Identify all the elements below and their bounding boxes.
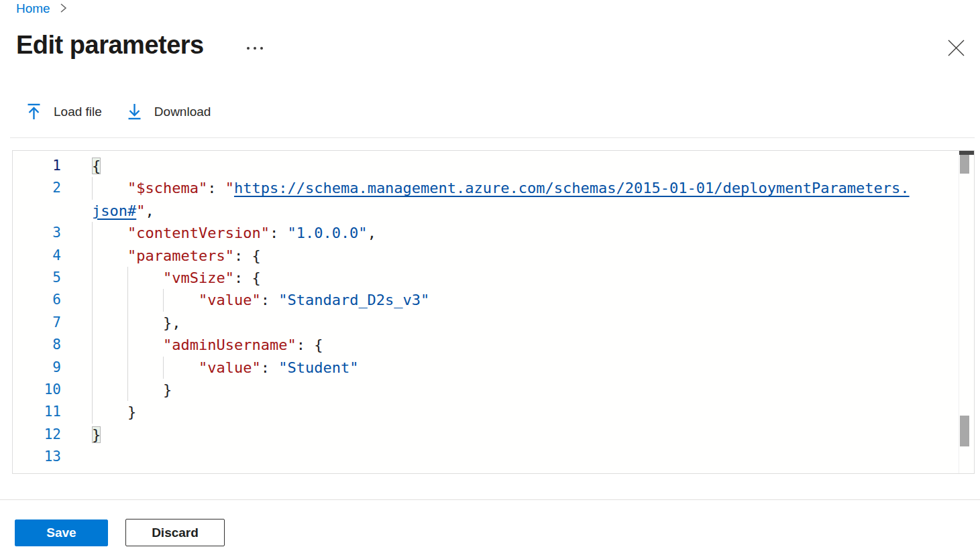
code-token: "Student" bbox=[278, 359, 358, 376]
code-token: : bbox=[261, 359, 279, 376]
more-options-icon bbox=[247, 47, 250, 50]
line-number: 5 bbox=[13, 267, 61, 289]
code-row: 9 "value": "Student" bbox=[13, 357, 958, 379]
code-line-content: "$schema": "https://schema.management.az… bbox=[92, 177, 910, 199]
code-token: } bbox=[92, 426, 101, 443]
code-row: 2 "$schema": "https://schema.management.… bbox=[13, 177, 958, 199]
code-token: } bbox=[127, 404, 136, 420]
code-line-content: "value": "Student" bbox=[92, 357, 358, 379]
toolbar-divider bbox=[10, 137, 975, 138]
line-number bbox=[13, 200, 61, 222]
code-token: : bbox=[270, 225, 288, 241]
code-token: } bbox=[163, 381, 172, 398]
code-row: 10 } bbox=[13, 379, 958, 401]
code-token bbox=[92, 359, 199, 376]
indent-guide bbox=[92, 334, 93, 356]
more-options-button[interactable] bbox=[241, 40, 268, 56]
indent-guide bbox=[92, 401, 93, 423]
code-token: : bbox=[261, 292, 279, 308]
code-token bbox=[92, 404, 127, 420]
indent-guide bbox=[92, 379, 93, 401]
code-token: "value" bbox=[199, 292, 261, 308]
indent-guide bbox=[127, 312, 128, 334]
indent-guide bbox=[92, 267, 93, 289]
editor-scrollbar[interactable] bbox=[959, 151, 974, 473]
code-row: 7 }, bbox=[13, 312, 958, 334]
page-title: Edit parameters bbox=[16, 31, 204, 60]
footer-divider bbox=[0, 499, 980, 500]
code-row: 13 bbox=[13, 446, 958, 468]
code-row: 11 } bbox=[13, 401, 958, 423]
indent-guide bbox=[127, 357, 128, 379]
indent-guide bbox=[92, 312, 93, 334]
code-token: "1.0.0.0" bbox=[287, 225, 367, 241]
schema-url-link[interactable]: https://schema.management.azure.com/sche… bbox=[234, 180, 910, 196]
json-editor[interactable]: 1{2 "$schema": "https://schema.managemen… bbox=[12, 150, 975, 474]
code-lines: 1{2 "$schema": "https://schema.managemen… bbox=[13, 155, 958, 468]
save-button[interactable]: Save bbox=[15, 519, 108, 546]
line-number: 10 bbox=[13, 379, 61, 401]
code-line-content: } bbox=[92, 379, 172, 401]
line-number: 2 bbox=[13, 177, 61, 199]
code-token bbox=[92, 247, 127, 264]
code-token: : { bbox=[296, 336, 323, 353]
code-line-content: "contentVersion": "1.0.0.0", bbox=[92, 222, 376, 244]
code-row: 1{ bbox=[13, 155, 958, 177]
code-token: "$schema" bbox=[127, 180, 207, 196]
code-token: "Standard_D2s_v3" bbox=[278, 292, 429, 308]
breadcrumb-home-link[interactable]: Home bbox=[16, 1, 50, 16]
code-line-content: "value": "Standard_D2s_v3" bbox=[92, 289, 429, 311]
code-token bbox=[92, 292, 199, 308]
code-token: : { bbox=[234, 247, 261, 264]
code-token: "value" bbox=[199, 359, 261, 376]
line-number: 8 bbox=[13, 334, 61, 356]
scrollbar-thumb[interactable] bbox=[960, 155, 969, 174]
line-number: 11 bbox=[13, 401, 61, 423]
indent-guide bbox=[163, 289, 164, 311]
code-line-content: } bbox=[92, 401, 136, 423]
code-row: 8 "adminUsername": { bbox=[13, 334, 958, 356]
code-line-content: { bbox=[92, 155, 101, 177]
load-file-label: Load file bbox=[54, 105, 102, 119]
breadcrumb: Home bbox=[16, 1, 67, 16]
indent-guide bbox=[127, 379, 128, 401]
line-number: 13 bbox=[13, 446, 61, 468]
code-token: , bbox=[368, 225, 376, 241]
overview-ruler-mark bbox=[960, 416, 969, 446]
close-icon bbox=[947, 39, 965, 59]
schema-url-link[interactable]: json# bbox=[92, 202, 136, 219]
line-number: 3 bbox=[13, 222, 61, 244]
indent-guide bbox=[92, 222, 93, 244]
indent-guide bbox=[127, 289, 128, 311]
code-token bbox=[92, 180, 127, 196]
code-token: }, bbox=[163, 314, 181, 331]
discard-button[interactable]: Discard bbox=[125, 519, 225, 546]
code-token: : { bbox=[234, 269, 261, 286]
code-row: 4 "parameters": { bbox=[13, 245, 958, 267]
code-token: " bbox=[225, 180, 234, 196]
line-number: 4 bbox=[13, 245, 61, 267]
indent-guide bbox=[127, 267, 128, 289]
code-line-content: }, bbox=[92, 312, 180, 334]
code-row: 6 "value": "Standard_D2s_v3" bbox=[13, 289, 958, 311]
code-row: 5 "vmSize": { bbox=[13, 267, 958, 289]
code-token: "adminUsername" bbox=[163, 336, 296, 353]
code-row: 3 "contentVersion": "1.0.0.0", bbox=[13, 222, 958, 244]
line-number: 12 bbox=[13, 424, 61, 446]
code-token: "contentVersion" bbox=[127, 225, 270, 241]
code-line-content: "parameters": { bbox=[92, 245, 261, 267]
code-token: "vmSize" bbox=[163, 269, 234, 286]
upload-arrow-icon bbox=[27, 103, 41, 120]
indent-guide bbox=[92, 177, 93, 199]
code-token: { bbox=[92, 158, 101, 174]
code-token: : bbox=[207, 180, 225, 196]
indent-guide bbox=[92, 289, 93, 311]
line-number: 7 bbox=[13, 312, 61, 334]
code-token bbox=[92, 225, 127, 241]
indent-guide bbox=[92, 357, 93, 379]
load-file-button[interactable]: Load file bbox=[27, 103, 102, 120]
download-label: Download bbox=[154, 105, 211, 119]
code-row: json#", bbox=[13, 200, 958, 222]
close-button[interactable] bbox=[943, 36, 969, 62]
download-button[interactable]: Download bbox=[127, 103, 211, 120]
